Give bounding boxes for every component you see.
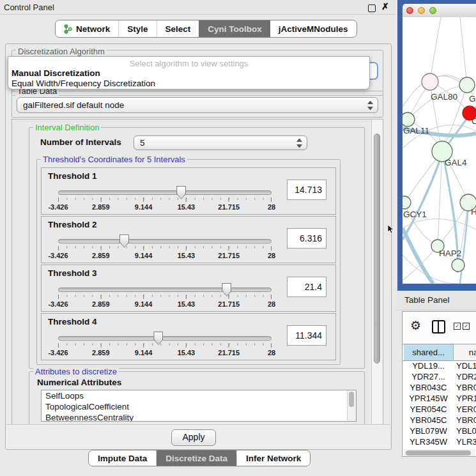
number-of-intervals-combobox[interactable]: 5 [134, 135, 307, 150]
cell[interactable]: YBR045C [404, 415, 453, 426]
table-body: YDL19...YDL19 YDR27...YDR27 YBR043CYBR04… [404, 360, 476, 449]
dropdown-option-manual-discretization[interactable]: Manual Discretization [12, 68, 100, 78]
table-hscrollbar[interactable] [404, 449, 475, 456]
threshold-1-value-field[interactable] [287, 180, 326, 200]
tab-label: Impute Data [98, 454, 147, 463]
node-bottom[interactable] [452, 259, 464, 272]
slider-track[interactable] [58, 288, 272, 292]
table-row[interactable]: YLR345WYLR34 [404, 436, 476, 447]
slider-track[interactable] [58, 190, 272, 195]
settings-scrollbar[interactable] [371, 119, 383, 424]
node-ga[interactable] [459, 77, 475, 93]
table-row[interactable]: YDL19...YDL19 [404, 360, 476, 371]
interval-definition-title: Interval Definition [33, 123, 101, 132]
table-row[interactable]: YBL079WYBL07 [404, 426, 476, 436]
cell[interactable]: YPR145W [404, 393, 453, 404]
close-traffic-light-icon[interactable] [406, 7, 413, 14]
scale-label: 2.859 [92, 252, 110, 259]
table-row[interactable]: YBR043CYBR04 [404, 382, 476, 393]
float-window-icon[interactable] [368, 4, 376, 12]
slider-scale-labels: -3.426 2.859 9.144 15.43 21.715 28 [58, 300, 272, 309]
dropdown-option-equal-width[interactable]: Equal Width/Frequency Discretization [12, 79, 155, 88]
zoom-traffic-light-icon[interactable] [429, 7, 436, 14]
slider-track[interactable] [58, 239, 272, 243]
scale-label: 15.43 [178, 349, 196, 357]
threshold-4-slider[interactable]: -3.426 2.859 9.144 15.43 21.715 28 [58, 329, 272, 358]
scale-label: -3.426 [48, 252, 68, 259]
scale-label: 2.859 [92, 203, 110, 211]
slider-major-ticks [58, 295, 272, 299]
settings-scrollbar-thumb[interactable] [374, 134, 380, 364]
scale-label: 21.715 [218, 300, 240, 308]
minimize-traffic-light-icon[interactable] [418, 7, 425, 14]
threshold-2-value-field[interactable] [287, 228, 326, 249]
scale-label: 15.43 [178, 252, 196, 259]
tab-cyni-toolbox[interactable]: Cyni Toolbox [199, 20, 270, 37]
columns-icon[interactable] [432, 320, 445, 334]
table-data-combobox[interactable]: galFiltered.sif default node [17, 97, 378, 113]
threshold-2-slider[interactable]: -3.426 2.859 9.144 15.43 21.715 28 [58, 232, 272, 261]
cell[interactable]: YBR04 [453, 382, 476, 393]
list-item[interactable]: TopologicalCoefficient [42, 401, 356, 412]
list-scrollbar[interactable] [347, 390, 356, 421]
cell[interactable]: YER05 [453, 404, 476, 415]
threshold-1-panel: Threshold 1 -3.426 2.859 9.144 15.43 21.… [41, 167, 336, 215]
scale-label: 21.715 [218, 349, 240, 357]
control-panel-titlebar: Control Panel ✗ [0, 0, 396, 15]
node-gcy1[interactable] [403, 196, 411, 209]
cell[interactable]: YLR345W [404, 436, 453, 447]
tab-label: Style [127, 24, 148, 34]
number-of-intervals-label: Number of Intervals [40, 137, 121, 147]
threshold-3-slider[interactable]: -3.426 2.859 9.144 15.43 21.715 28 [58, 280, 272, 310]
column-header-name[interactable]: name [454, 344, 476, 360]
tab-discretize-data[interactable]: Discretize Data [156, 450, 236, 466]
threshold-1-slider[interactable]: -3.426 2.859 9.144 15.43 21.715 28 [58, 183, 272, 213]
list-item[interactable]: BetweennessCentrality [42, 412, 356, 422]
checkbox-icon[interactable] [463, 323, 470, 330]
cell[interactable]: YBL07 [453, 426, 476, 436]
threshold-4-value-field[interactable] [287, 325, 326, 346]
cell[interactable]: YER054C [404, 404, 453, 415]
node-label-ga: GA [469, 94, 476, 104]
close-icon[interactable]: ✗ [381, 1, 389, 12]
slider-major-ticks [58, 246, 272, 250]
cell[interactable]: YLR34 [453, 436, 476, 447]
scale-label: 28 [268, 203, 275, 211]
slider-track[interactable] [58, 336, 272, 341]
table-row[interactable]: YPR145WYPR14 [404, 393, 476, 404]
tab-infer-network[interactable]: Infer Network [236, 450, 310, 466]
apply-button[interactable]: Apply [171, 429, 216, 446]
node-label-gcy1: GCY1 [403, 210, 427, 219]
threshold-3-value-field[interactable] [287, 277, 326, 297]
cell[interactable]: YPR14 [453, 393, 476, 404]
slider-scale-labels: -3.426 2.859 9.144 15.43 21.715 28 [58, 349, 272, 357]
network-canvas[interactable]: GAL80 GA C GAL11 GAL4 GCY1 H HAP2 [403, 17, 476, 284]
cell[interactable]: YDR27 [453, 371, 476, 382]
table-panel-titlebar: Table Panel [396, 291, 476, 311]
checkbox-icon[interactable] [454, 323, 461, 330]
cell[interactable]: YDL19 [453, 360, 476, 371]
tab-jactivemnodules[interactable]: jActiveMNodules [270, 20, 357, 37]
table-row[interactable]: YBR045CYBR04 [404, 415, 476, 426]
tab-style[interactable]: Style [118, 20, 156, 37]
cell[interactable]: YBR043C [404, 382, 453, 393]
network-window-titlebar[interactable] [403, 4, 476, 18]
table-row[interactable]: YER054CYER05 [404, 404, 476, 415]
tab-impute-data[interactable]: Impute Data [89, 450, 156, 466]
cell[interactable]: YBR04 [453, 415, 476, 426]
node-gal80[interactable] [422, 73, 438, 90]
tab-network[interactable]: Network [56, 20, 118, 37]
list-item[interactable]: SelfLoops [42, 390, 356, 401]
tab-label: Select [165, 24, 191, 34]
cell[interactable]: YBL079W [404, 426, 453, 436]
scale-label: -3.426 [48, 300, 68, 308]
table-hscrollbar-thumb[interactable] [406, 450, 471, 456]
cell[interactable]: YDL19... [404, 360, 453, 371]
cell[interactable]: YDR27... [404, 371, 453, 382]
tab-select[interactable]: Select [157, 20, 199, 37]
threshold-1-label: Threshold 1 [48, 171, 97, 181]
node-gal11[interactable] [403, 112, 415, 127]
gear-icon[interactable]: ⚙ [410, 318, 421, 332]
table-row[interactable]: YDR27...YDR27 [404, 371, 476, 382]
column-header-shared-name[interactable]: shared... [404, 344, 454, 360]
